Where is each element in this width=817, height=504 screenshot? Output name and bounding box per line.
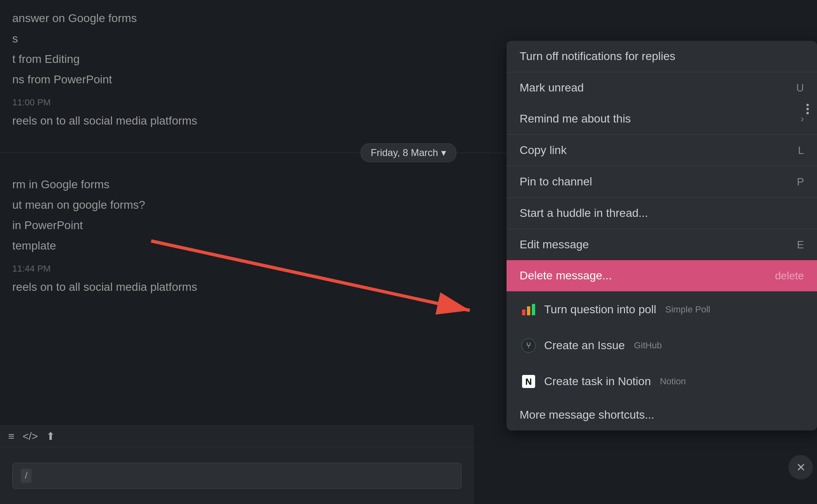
menu-item-huddle[interactable]: Start a huddle in thread... bbox=[507, 198, 817, 229]
item-left: ⑂ Create an Issue GitHub bbox=[520, 337, 662, 355]
menu-item-edit[interactable]: Edit message E bbox=[507, 229, 817, 260]
item-left: Edit message bbox=[520, 238, 589, 251]
copy-link-label: Copy link bbox=[520, 144, 567, 157]
menu-section-huddle: Start a huddle in thread... bbox=[507, 198, 817, 229]
item-left: Delete message... bbox=[520, 269, 612, 282]
menu-item-more-shortcuts[interactable]: More message shortcuts... bbox=[507, 399, 817, 430]
svg-text:N: N bbox=[525, 377, 532, 387]
close-icon: ✕ bbox=[796, 461, 806, 474]
menu-item-delete[interactable]: Delete message... delete bbox=[507, 260, 817, 291]
message-input-box[interactable]: / bbox=[12, 463, 462, 489]
svg-text:⑂: ⑂ bbox=[526, 341, 531, 350]
chevron-down-icon: ▾ bbox=[441, 147, 446, 158]
menu-item-notion[interactable]: N Create task in Notion Notion bbox=[507, 364, 817, 399]
menu-section-integrations: Turn question into poll Simple Poll ⑂ Cr… bbox=[507, 292, 817, 430]
item-left: Mark unread bbox=[520, 81, 584, 94]
item-left: Remind me about this bbox=[520, 112, 631, 125]
menu-item-mark-unread[interactable]: Mark unread U bbox=[507, 72, 817, 103]
delete-label: Delete message... bbox=[520, 269, 612, 282]
message-input-area: / bbox=[0, 447, 474, 504]
item-left: More message shortcuts... bbox=[520, 408, 654, 421]
formatting-toolbar: ≡ </> ⬆ bbox=[0, 426, 474, 447]
date-label: Friday, 8 March bbox=[371, 147, 438, 158]
github-svg: ⑂ bbox=[521, 338, 536, 353]
item-left: Start a huddle in thread... bbox=[520, 207, 648, 220]
github-icon: ⑂ bbox=[520, 337, 538, 355]
menu-section-notifications: Turn off notifications for replies bbox=[507, 41, 817, 72]
edit-label: Edit message bbox=[520, 238, 589, 251]
more-shortcuts-label: More message shortcuts... bbox=[520, 408, 654, 421]
menu-item-copy-link[interactable]: Copy link L bbox=[507, 135, 817, 166]
code-icon[interactable]: </> bbox=[22, 430, 38, 443]
notion-label: Create task in Notion bbox=[544, 375, 651, 388]
notion-sublabel: Notion bbox=[660, 376, 686, 387]
svg-rect-1 bbox=[527, 306, 530, 315]
context-menu: Turn off notifications for replies Mark … bbox=[507, 41, 817, 430]
menu-section-copy: Copy link L bbox=[507, 135, 817, 166]
turn-off-notifications-label: Turn off notifications for replies bbox=[520, 50, 675, 63]
dot-2 bbox=[806, 108, 809, 110]
menu-section-mark: Mark unread U Remind me about this › bbox=[507, 72, 817, 135]
huddle-label: Start a huddle in thread... bbox=[520, 207, 648, 220]
edit-shortcut: E bbox=[797, 239, 804, 251]
poll-icon bbox=[520, 301, 538, 319]
item-left: Turn question into poll Simple Poll bbox=[520, 301, 710, 319]
menu-item-turn-off-notifications[interactable]: Turn off notifications for replies bbox=[507, 41, 817, 72]
delete-shortcut: delete bbox=[775, 270, 804, 282]
item-left: Pin to channel bbox=[520, 175, 592, 188]
menu-item-github[interactable]: ⑂ Create an Issue GitHub bbox=[507, 328, 817, 364]
svg-rect-0 bbox=[522, 310, 525, 315]
item-left: N Create task in Notion Notion bbox=[520, 372, 686, 390]
slash-command-button[interactable]: / bbox=[21, 469, 31, 483]
remind-label: Remind me about this bbox=[520, 112, 631, 125]
menu-item-pin[interactable]: Pin to channel P bbox=[507, 166, 817, 197]
menu-item-poll[interactable]: Turn question into poll Simple Poll bbox=[507, 292, 817, 328]
poll-svg bbox=[521, 302, 536, 317]
more-options-button[interactable] bbox=[801, 100, 814, 118]
mark-unread-shortcut: U bbox=[796, 82, 804, 94]
github-label: Create an Issue bbox=[544, 339, 625, 352]
menu-section-pin: Pin to channel P bbox=[507, 166, 817, 198]
poll-sublabel: Simple Poll bbox=[665, 304, 710, 315]
poll-label: Turn question into poll bbox=[544, 303, 656, 316]
item-left: Turn off notifications for replies bbox=[520, 50, 675, 63]
dot-3 bbox=[806, 112, 809, 114]
pin-shortcut: P bbox=[797, 176, 804, 188]
list-icon[interactable]: ≡ bbox=[8, 430, 14, 443]
date-pill[interactable]: Friday, 8 March ▾ bbox=[361, 143, 457, 162]
svg-rect-2 bbox=[532, 304, 535, 315]
mark-unread-label: Mark unread bbox=[520, 81, 584, 94]
close-button[interactable]: ✕ bbox=[788, 455, 813, 479]
notion-icon: N bbox=[520, 372, 538, 390]
chat-line-1: answer on Google forms bbox=[0, 8, 817, 29]
upload-icon[interactable]: ⬆ bbox=[46, 430, 55, 443]
dot-1 bbox=[806, 104, 809, 106]
github-sublabel: GitHub bbox=[634, 340, 662, 351]
item-left: Copy link bbox=[520, 144, 567, 157]
menu-item-remind[interactable]: Remind me about this › bbox=[507, 103, 817, 134]
copy-link-shortcut: L bbox=[798, 144, 804, 157]
pin-label: Pin to channel bbox=[520, 175, 592, 188]
menu-section-edit-delete: Edit message E Delete message... delete bbox=[507, 229, 817, 292]
notion-svg: N bbox=[521, 374, 536, 389]
